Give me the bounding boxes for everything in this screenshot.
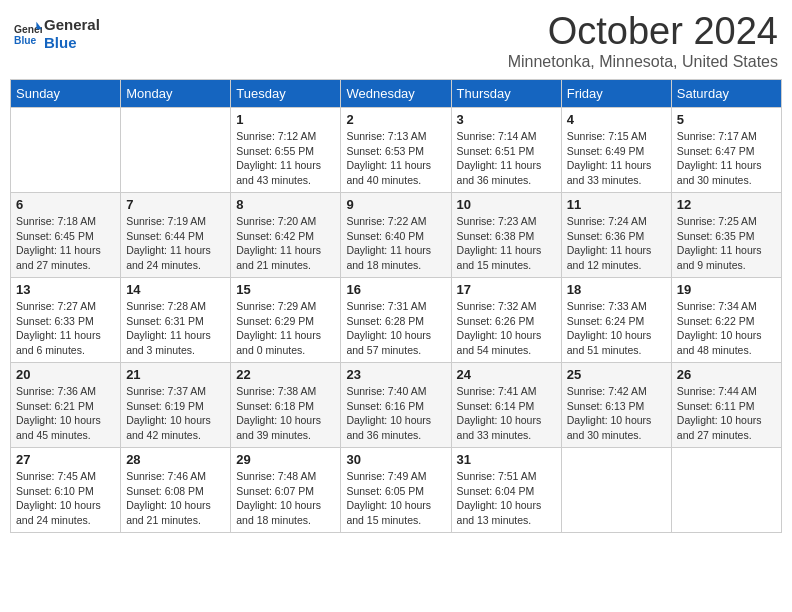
day-number: 4 [567, 112, 666, 127]
logo-icon: General Blue [14, 20, 42, 48]
day-number: 1 [236, 112, 335, 127]
day-number: 7 [126, 197, 225, 212]
day-number: 17 [457, 282, 556, 297]
calendar-body: 1Sunrise: 7:12 AMSunset: 6:55 PMDaylight… [11, 108, 782, 533]
calendar-cell: 11Sunrise: 7:24 AMSunset: 6:36 PMDayligh… [561, 193, 671, 278]
day-info: Sunrise: 7:14 AMSunset: 6:51 PMDaylight:… [457, 129, 556, 188]
calendar-cell: 28Sunrise: 7:46 AMSunset: 6:08 PMDayligh… [121, 448, 231, 533]
day-number: 23 [346, 367, 445, 382]
calendar-cell: 6Sunrise: 7:18 AMSunset: 6:45 PMDaylight… [11, 193, 121, 278]
day-of-week-header: Monday [121, 80, 231, 108]
calendar-week-row: 6Sunrise: 7:18 AMSunset: 6:45 PMDaylight… [11, 193, 782, 278]
calendar-table: SundayMondayTuesdayWednesdayThursdayFrid… [10, 79, 782, 533]
calendar-cell [11, 108, 121, 193]
day-info: Sunrise: 7:37 AMSunset: 6:19 PMDaylight:… [126, 384, 225, 443]
day-number: 29 [236, 452, 335, 467]
day-of-week-header: Saturday [671, 80, 781, 108]
day-info: Sunrise: 7:49 AMSunset: 6:05 PMDaylight:… [346, 469, 445, 528]
day-number: 20 [16, 367, 115, 382]
day-number: 9 [346, 197, 445, 212]
day-info: Sunrise: 7:32 AMSunset: 6:26 PMDaylight:… [457, 299, 556, 358]
day-number: 15 [236, 282, 335, 297]
logo: General Blue General Blue [14, 16, 100, 52]
calendar-cell: 27Sunrise: 7:45 AMSunset: 6:10 PMDayligh… [11, 448, 121, 533]
location-title: Minnetonka, Minnesota, United States [508, 53, 778, 71]
month-title: October 2024 [508, 10, 778, 53]
calendar-cell: 18Sunrise: 7:33 AMSunset: 6:24 PMDayligh… [561, 278, 671, 363]
day-number: 28 [126, 452, 225, 467]
calendar-header-row: SundayMondayTuesdayWednesdayThursdayFrid… [11, 80, 782, 108]
day-number: 21 [126, 367, 225, 382]
calendar-cell: 23Sunrise: 7:40 AMSunset: 6:16 PMDayligh… [341, 363, 451, 448]
calendar-cell: 29Sunrise: 7:48 AMSunset: 6:07 PMDayligh… [231, 448, 341, 533]
day-of-week-header: Wednesday [341, 80, 451, 108]
calendar-cell: 20Sunrise: 7:36 AMSunset: 6:21 PMDayligh… [11, 363, 121, 448]
day-info: Sunrise: 7:40 AMSunset: 6:16 PMDaylight:… [346, 384, 445, 443]
calendar-cell: 12Sunrise: 7:25 AMSunset: 6:35 PMDayligh… [671, 193, 781, 278]
calendar-week-row: 13Sunrise: 7:27 AMSunset: 6:33 PMDayligh… [11, 278, 782, 363]
day-info: Sunrise: 7:19 AMSunset: 6:44 PMDaylight:… [126, 214, 225, 273]
calendar-week-row: 1Sunrise: 7:12 AMSunset: 6:55 PMDaylight… [11, 108, 782, 193]
day-info: Sunrise: 7:12 AMSunset: 6:55 PMDaylight:… [236, 129, 335, 188]
day-number: 24 [457, 367, 556, 382]
day-number: 18 [567, 282, 666, 297]
day-info: Sunrise: 7:22 AMSunset: 6:40 PMDaylight:… [346, 214, 445, 273]
day-number: 8 [236, 197, 335, 212]
calendar-cell: 25Sunrise: 7:42 AMSunset: 6:13 PMDayligh… [561, 363, 671, 448]
day-info: Sunrise: 7:17 AMSunset: 6:47 PMDaylight:… [677, 129, 776, 188]
day-info: Sunrise: 7:46 AMSunset: 6:08 PMDaylight:… [126, 469, 225, 528]
day-info: Sunrise: 7:45 AMSunset: 6:10 PMDaylight:… [16, 469, 115, 528]
calendar-cell: 8Sunrise: 7:20 AMSunset: 6:42 PMDaylight… [231, 193, 341, 278]
day-number: 12 [677, 197, 776, 212]
calendar-cell: 4Sunrise: 7:15 AMSunset: 6:49 PMDaylight… [561, 108, 671, 193]
day-info: Sunrise: 7:25 AMSunset: 6:35 PMDaylight:… [677, 214, 776, 273]
calendar-cell: 26Sunrise: 7:44 AMSunset: 6:11 PMDayligh… [671, 363, 781, 448]
day-info: Sunrise: 7:15 AMSunset: 6:49 PMDaylight:… [567, 129, 666, 188]
day-info: Sunrise: 7:13 AMSunset: 6:53 PMDaylight:… [346, 129, 445, 188]
day-info: Sunrise: 7:29 AMSunset: 6:29 PMDaylight:… [236, 299, 335, 358]
day-number: 3 [457, 112, 556, 127]
day-info: Sunrise: 7:24 AMSunset: 6:36 PMDaylight:… [567, 214, 666, 273]
day-info: Sunrise: 7:31 AMSunset: 6:28 PMDaylight:… [346, 299, 445, 358]
svg-text:Blue: Blue [14, 35, 37, 46]
day-info: Sunrise: 7:33 AMSunset: 6:24 PMDaylight:… [567, 299, 666, 358]
calendar-week-row: 27Sunrise: 7:45 AMSunset: 6:10 PMDayligh… [11, 448, 782, 533]
day-info: Sunrise: 7:44 AMSunset: 6:11 PMDaylight:… [677, 384, 776, 443]
day-info: Sunrise: 7:20 AMSunset: 6:42 PMDaylight:… [236, 214, 335, 273]
day-number: 11 [567, 197, 666, 212]
calendar-cell: 9Sunrise: 7:22 AMSunset: 6:40 PMDaylight… [341, 193, 451, 278]
day-number: 30 [346, 452, 445, 467]
calendar-cell: 19Sunrise: 7:34 AMSunset: 6:22 PMDayligh… [671, 278, 781, 363]
day-info: Sunrise: 7:23 AMSunset: 6:38 PMDaylight:… [457, 214, 556, 273]
calendar-cell: 31Sunrise: 7:51 AMSunset: 6:04 PMDayligh… [451, 448, 561, 533]
calendar-cell: 1Sunrise: 7:12 AMSunset: 6:55 PMDaylight… [231, 108, 341, 193]
calendar-cell: 22Sunrise: 7:38 AMSunset: 6:18 PMDayligh… [231, 363, 341, 448]
day-number: 22 [236, 367, 335, 382]
calendar-cell [671, 448, 781, 533]
day-info: Sunrise: 7:51 AMSunset: 6:04 PMDaylight:… [457, 469, 556, 528]
calendar-cell: 21Sunrise: 7:37 AMSunset: 6:19 PMDayligh… [121, 363, 231, 448]
calendar-cell: 2Sunrise: 7:13 AMSunset: 6:53 PMDaylight… [341, 108, 451, 193]
calendar-cell: 14Sunrise: 7:28 AMSunset: 6:31 PMDayligh… [121, 278, 231, 363]
day-number: 13 [16, 282, 115, 297]
day-info: Sunrise: 7:34 AMSunset: 6:22 PMDaylight:… [677, 299, 776, 358]
calendar-week-row: 20Sunrise: 7:36 AMSunset: 6:21 PMDayligh… [11, 363, 782, 448]
day-info: Sunrise: 7:36 AMSunset: 6:21 PMDaylight:… [16, 384, 115, 443]
day-number: 6 [16, 197, 115, 212]
day-number: 27 [16, 452, 115, 467]
calendar-cell [561, 448, 671, 533]
day-info: Sunrise: 7:28 AMSunset: 6:31 PMDaylight:… [126, 299, 225, 358]
day-info: Sunrise: 7:18 AMSunset: 6:45 PMDaylight:… [16, 214, 115, 273]
day-number: 5 [677, 112, 776, 127]
day-number: 10 [457, 197, 556, 212]
day-number: 16 [346, 282, 445, 297]
day-number: 25 [567, 367, 666, 382]
calendar-cell: 5Sunrise: 7:17 AMSunset: 6:47 PMDaylight… [671, 108, 781, 193]
calendar-cell: 7Sunrise: 7:19 AMSunset: 6:44 PMDaylight… [121, 193, 231, 278]
day-of-week-header: Friday [561, 80, 671, 108]
calendar-cell: 13Sunrise: 7:27 AMSunset: 6:33 PMDayligh… [11, 278, 121, 363]
day-of-week-header: Sunday [11, 80, 121, 108]
calendar-cell: 17Sunrise: 7:32 AMSunset: 6:26 PMDayligh… [451, 278, 561, 363]
day-of-week-header: Tuesday [231, 80, 341, 108]
day-number: 2 [346, 112, 445, 127]
